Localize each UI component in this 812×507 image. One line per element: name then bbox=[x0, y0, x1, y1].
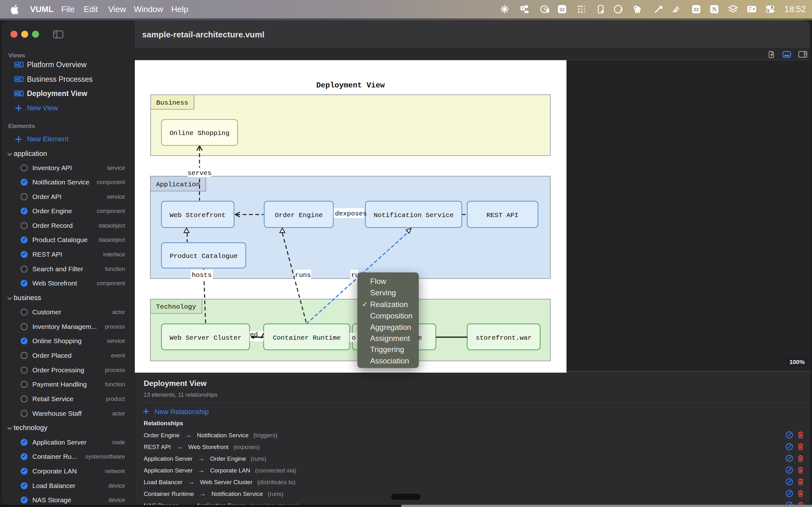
svg-text:serves: serves bbox=[188, 170, 212, 177]
svg-text:dexposes: dexposes bbox=[335, 210, 367, 217]
svg-text:Web Storefront: Web Storefront bbox=[170, 212, 225, 219]
svg-text:22: 22 bbox=[694, 7, 699, 12]
svg-text:Order Engine: Order Engine bbox=[275, 212, 322, 219]
svg-text:o: o bbox=[352, 334, 356, 342]
svg-text:Technology: Technology bbox=[156, 303, 196, 311]
svg-text:N: N bbox=[712, 6, 716, 13]
svg-text:hosts: hosts bbox=[192, 272, 212, 279]
svg-text:REST API: REST API bbox=[487, 212, 519, 219]
svg-text:22: 22 bbox=[560, 7, 565, 12]
svg-text:Application: Application bbox=[156, 181, 200, 188]
svg-text:Web Server Cluster: Web Server Cluster bbox=[170, 334, 242, 342]
svg-text:storefront.war: storefront.war bbox=[476, 334, 531, 342]
svg-text:T: T bbox=[522, 7, 524, 10]
svg-text:Business: Business bbox=[156, 99, 189, 107]
svg-text:Product Catalogue: Product Catalogue bbox=[170, 252, 238, 260]
svg-text:Deployment View: Deployment View bbox=[316, 81, 385, 90]
svg-text:runs: runs bbox=[295, 272, 311, 279]
svg-text:Container Runtime: Container Runtime bbox=[273, 334, 341, 342]
svg-text:Online Shopping: Online Shopping bbox=[169, 130, 229, 137]
svg-text:Notification Service: Notification Service bbox=[374, 212, 454, 219]
